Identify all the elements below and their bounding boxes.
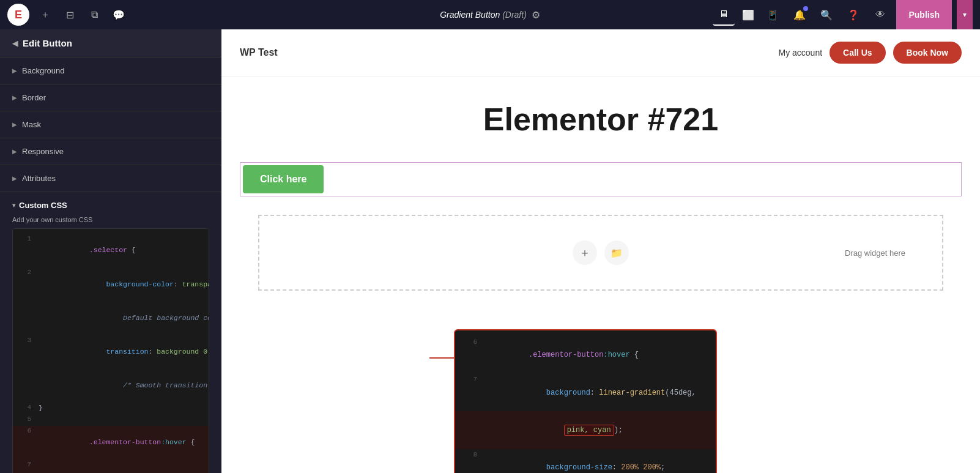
preview-content: Elementor #721 Click here ＋ 📁 Drag widge… [221,76,980,327]
publish-dropdown-button[interactable]: ▾ [957,0,973,29]
section-border: ▶ Border [0,84,221,111]
code-line-3b: /* Smooth transition effect */ [13,369,209,403]
css-code-editor[interactable]: 1 .selector { 2 background-color: transp… [12,228,209,473]
attributes-label: Attributes [22,174,56,183]
code-line-2: 2 background-color: transparent; /* [13,267,209,301]
topbar: E ＋ ⊟ ⧉ 💬 Gradient Button (Draft) ⚙ 🖥 ⬜ … [0,0,980,29]
book-now-button[interactable]: Book Now [893,42,962,64]
add-widget-icon[interactable]: ＋ [573,240,597,265]
help-icon[interactable]: ❓ [842,4,864,26]
button-spacer [326,163,961,196]
arrow-icon: ▶ [12,175,17,182]
code-line-4: 4 } [13,403,209,414]
background-label: Background [22,66,64,75]
site-logo: WP Test [240,47,278,58]
sliders-icon[interactable]: ⊟ [61,6,78,23]
code-line-5: 5 [13,414,209,426]
popup-highlight-pink-cyan: pink, cyan [564,425,614,436]
preview-header: WP Test My account Call Us Book Now [221,29,980,76]
arrow-icon: ▶ [12,94,17,101]
preview-icon[interactable]: 👁 [869,4,891,26]
add-icon[interactable]: ＋ [37,6,54,23]
settings-icon[interactable]: ⚙ [532,9,540,21]
elementor-logo[interactable]: E [7,4,29,26]
mobile-icon[interactable]: 📱 [762,4,784,26]
border-label: Border [22,93,46,102]
popup-line-7b: pink, cyan); [455,411,716,449]
mask-section-toggle[interactable]: ▶ Mask [0,111,221,138]
section-responsive: ▶ Responsive [0,138,221,165]
mask-label: Mask [22,120,41,129]
arrow-icon: ▶ [12,148,17,155]
code-line-2b: Default background color */ [13,301,209,335]
call-us-button[interactable]: Call Us [830,42,885,64]
publish-button[interactable]: Publish [896,0,952,29]
click-here-button[interactable]: Click here [243,165,324,193]
code-popup: 6 .elementor-button:hover { 7 background… [454,329,717,473]
tablet-icon[interactable]: ⬜ [737,4,759,26]
topbar-right: 🖥 ⬜ 📱 🔔 🔍 ❓ 👁 Publish ▾ [713,0,973,29]
sidebar-title: Edit Button [23,38,72,48]
folder-icon[interactable]: 📁 [604,240,629,265]
section-attributes: ▶ Attributes [0,165,221,192]
background-section-toggle[interactable]: ▶ Background [0,58,221,84]
device-switcher: 🖥 ⬜ 📱 [713,4,784,26]
layers-icon[interactable]: ⧉ [86,6,103,23]
attributes-section-toggle[interactable]: ▶ Attributes [0,165,221,192]
section-background: ▶ Background [0,58,221,84]
code-line-3: 3 transition: background 0.3s ease; [13,335,209,369]
back-arrow-icon[interactable]: ◀ [12,39,18,48]
custom-css-toggle[interactable]: Custom CSS [12,201,209,210]
comments-icon[interactable]: 💬 [110,6,127,23]
css-hint: Add your own custom CSS [12,216,209,223]
page-title: Elementor #721 [240,101,962,138]
drag-widget-area[interactable]: ＋ 📁 Drag widget here [258,215,943,291]
arrow-icon: ▶ [12,67,17,74]
custom-css-section: Custom CSS Add your own custom CSS 1 .se… [0,192,221,473]
notification-dot [803,6,808,11]
preview-nav: My account Call Us Book Now [778,42,962,64]
main-layout: ◀ Edit Button ▶ Background ▶ Border ▶ Ma… [0,29,980,473]
drag-widget-label: Drag widget here [845,248,905,258]
popup-line-8: 8 background-size: 200% 200%; [455,449,716,473]
responsive-section-toggle[interactable]: ▶ Responsive [0,138,221,165]
popup-line-6: 6 .elementor-button:hover { [455,337,716,374]
my-account-link[interactable]: My account [778,48,822,58]
canvas: WP Test My account Call Us Book Now Elem… [221,29,980,473]
section-mask: ▶ Mask [0,111,221,138]
responsive-label: Responsive [22,147,64,156]
sidebar-header: ◀ Edit Button [0,29,221,58]
topbar-center: Gradient Button (Draft) ⚙ [440,9,540,21]
arrow-icon: ▶ [12,121,17,128]
notifications-icon[interactable]: 🔔 [789,4,811,26]
border-section-toggle[interactable]: ▶ Border [0,84,221,111]
desktop-icon[interactable]: 🖥 [713,4,735,26]
button-row: Click here [240,162,962,196]
search-icon[interactable]: 🔍 [815,4,837,26]
sidebar: ◀ Edit Button ▶ Background ▶ Border ▶ Ma… [0,29,221,473]
popup-line-7: 7 background: linear-gradient(45deg, [455,374,716,411]
code-line-7: 7 background: linear-gradient(45deg, [13,460,209,473]
document-title: Gradient Button (Draft) [440,10,527,20]
code-line-6: 6 .elementor-button:hover { [13,426,209,460]
code-line-1: 1 .selector { [13,234,209,267]
